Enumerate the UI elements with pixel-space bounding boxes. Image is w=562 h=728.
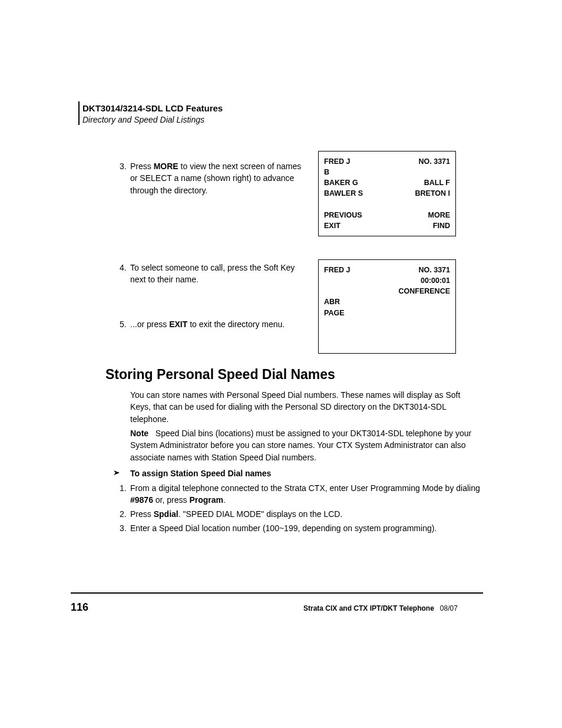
pointer-icon [107, 469, 120, 477]
lcd1-r1r: NO. 3371 [418, 156, 450, 167]
lcd-screen-2: FRED JNO. 3371 00:00:01 CONFERENCE ABR P… [318, 259, 456, 354]
section-heading: Storing Personal Speed Dial Names [105, 367, 335, 383]
subheading: To assign Station Speed Dial names [130, 467, 271, 479]
step5-exit: EXIT [169, 319, 187, 329]
lcd-screen-1: FRED JNO. 3371 B BAKER GBALL F BAWLER SB… [318, 151, 456, 236]
lcd2-r4l: ABR [324, 297, 450, 307]
lcd1-r4r: BRETON I [415, 188, 451, 199]
sd3-num: 3. [120, 522, 127, 534]
page-number: 116 [71, 601, 88, 614]
lcd1-r6r: FIND [433, 220, 450, 231]
step5-num: 5. [120, 318, 127, 330]
lcd1-r2l: B [324, 167, 450, 177]
footer-title: Strata CIX and CTX IPT/DKT Telephone [303, 604, 434, 612]
footer-rule [71, 592, 483, 594]
step4-num: 4. [120, 262, 127, 274]
step3: 3. Press MORE to view the next screen of… [130, 160, 307, 196]
intro-paragraph: You can store names with Personal Speed … [130, 389, 481, 425]
header-rule [78, 101, 80, 125]
lcd1-r5l: PREVIOUS [324, 210, 362, 220]
note-block: Note Speed Dial bins (locations) must be… [130, 427, 481, 463]
lcd2-r2r: 00:00:01 [421, 275, 450, 286]
sd-step1: 1. From a digital telephone connected to… [130, 482, 481, 506]
lcd2-r1l: FRED J [324, 265, 350, 275]
lcd2-r5l: PAGE [324, 308, 450, 318]
lcd1-r1l: FRED J [324, 156, 350, 167]
step3-text-a: Press [130, 162, 154, 171]
lcd1-r6l: EXIT [324, 220, 340, 231]
lcd1-r5r: MORE [428, 210, 451, 220]
step5: 5. ...or press EXIT to exit the director… [130, 318, 307, 330]
lcd1-r3l: BAKER G [324, 177, 358, 188]
footer-date: 08/07 [440, 604, 458, 612]
sd2-num: 2. [120, 508, 127, 520]
sd1-num: 1. [120, 482, 127, 494]
sd-step2: 2. Press Spdial. "SPEED DIAL MODE" displ… [130, 508, 481, 520]
step3-more: MORE [154, 162, 178, 171]
note-label: Note [130, 429, 148, 438]
lcd2-r3r: CONFERENCE [398, 286, 450, 297]
note-text: Speed Dial bins (locations) must be assi… [130, 429, 471, 462]
step4-text: To select someone to call, press the Sof… [130, 263, 295, 284]
header-title: DKT3014/3214-SDL LCD Features [82, 103, 223, 113]
lcd1-r3r: BALL F [424, 177, 450, 188]
footer-text: Strata CIX and CTX IPT/DKT Telephone 08/… [303, 604, 458, 612]
lcd1-r4l: BAWLER S [324, 188, 363, 199]
header-subtitle: Directory and Speed Dial Listings [82, 115, 204, 124]
step4: 4. To select someone to call, press the … [130, 262, 307, 286]
lcd2-r1r: NO. 3371 [418, 265, 450, 275]
sd3-text: Enter a Speed Dial location number (100~… [130, 523, 437, 533]
step5-text-b: to exit the directory menu. [187, 319, 285, 329]
sd-step3: 3. Enter a Speed Dial location number (1… [130, 522, 481, 534]
step3-num: 3. [120, 160, 127, 172]
